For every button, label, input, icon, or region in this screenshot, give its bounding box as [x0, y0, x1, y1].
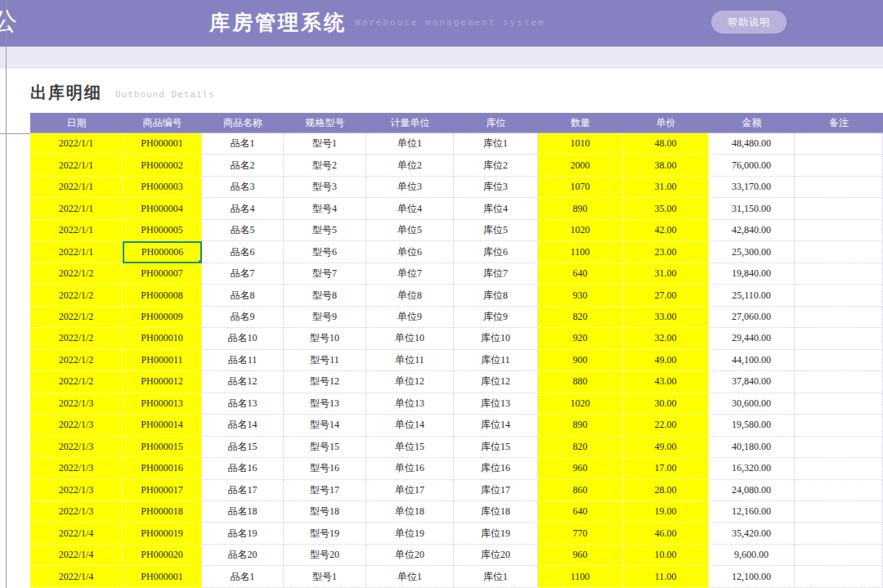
cell-name[interactable]: 品名2	[202, 155, 284, 176]
column-header-unit[interactable]: 计量单位	[366, 113, 454, 132]
cell-unit[interactable]: 单位9	[366, 307, 454, 328]
cell-location[interactable]: 库位4	[454, 198, 538, 219]
cell-model[interactable]: 型号9	[284, 307, 366, 328]
cell-price[interactable]: 10.00	[623, 545, 709, 566]
cell-qty[interactable]: 930	[538, 285, 623, 306]
cell-note[interactable]	[795, 307, 883, 328]
cell-model[interactable]: 型号10	[284, 328, 366, 349]
cell-model[interactable]: 型号13	[284, 393, 366, 415]
cell-location[interactable]: 库位1	[454, 133, 538, 155]
cell-amount[interactable]: 9,600.00	[709, 545, 795, 566]
cell-date[interactable]: 2022/1/1	[30, 155, 123, 176]
cell-code[interactable]: PH000011	[123, 350, 202, 371]
cell-location[interactable]: 库位19	[454, 523, 538, 544]
cell-price[interactable]: 49.00	[623, 350, 709, 371]
cell-location[interactable]: 库位10	[454, 328, 538, 349]
cell-note[interactable]	[795, 177, 883, 198]
cell-location[interactable]: 库位3	[454, 177, 538, 198]
cell-name[interactable]: 品名7	[202, 263, 284, 285]
cell-date[interactable]: 2022/1/2	[30, 263, 123, 285]
cell-qty[interactable]: 890	[538, 198, 623, 219]
cell-code[interactable]: PH000004	[123, 198, 202, 219]
cell-date[interactable]: 2022/1/3	[30, 501, 123, 523]
selected-cell-code[interactable]: PH000006	[123, 241, 202, 263]
cell-unit[interactable]: 单位12	[366, 371, 454, 393]
cell-model[interactable]: 型号1	[284, 566, 366, 587]
cell-location[interactable]: 库位8	[454, 285, 538, 306]
cell-location[interactable]: 库位2	[454, 155, 538, 176]
cell-unit[interactable]: 单位13	[366, 393, 454, 415]
cell-location[interactable]: 库位11	[454, 350, 538, 371]
cell-name[interactable]: 品名4	[202, 198, 284, 219]
cell-unit[interactable]: 单位16	[366, 458, 454, 479]
cell-note[interactable]	[795, 371, 883, 393]
column-header-price[interactable]: 单价	[623, 113, 709, 132]
cell-qty[interactable]: 880	[538, 371, 623, 393]
cell-amount[interactable]: 76,000.00	[709, 155, 795, 176]
cell-price[interactable]: 23.00	[623, 241, 709, 263]
cell-date[interactable]: 2022/1/1	[30, 177, 123, 198]
cell-code[interactable]: PH000005	[123, 220, 202, 241]
cell-note[interactable]	[795, 545, 883, 566]
help-button[interactable]: 帮助说明	[711, 11, 787, 34]
cell-name[interactable]: 品名10	[202, 328, 284, 349]
cell-model[interactable]: 型号5	[284, 220, 366, 241]
cell-amount[interactable]: 25,110.00	[709, 285, 795, 306]
cell-price[interactable]: 32.00	[623, 328, 709, 349]
cell-amount[interactable]: 37,840.00	[709, 371, 795, 393]
cell-note[interactable]	[795, 393, 883, 415]
cell-location[interactable]: 库位15	[454, 437, 538, 458]
cell-date[interactable]: 2022/1/4	[30, 566, 123, 587]
cell-code[interactable]: PH000001	[123, 133, 202, 155]
cell-date[interactable]: 2022/1/2	[30, 371, 123, 393]
cell-location[interactable]: 库位20	[454, 545, 538, 566]
cell-code[interactable]: PH000007	[123, 263, 202, 285]
cell-price[interactable]: 35.00	[623, 198, 709, 219]
cell-name[interactable]: 品名14	[202, 415, 284, 436]
cell-date[interactable]: 2022/1/2	[30, 350, 123, 371]
cell-code[interactable]: PH000010	[123, 328, 202, 349]
cell-location[interactable]: 库位9	[454, 307, 538, 328]
cell-model[interactable]: 型号20	[284, 545, 366, 566]
cell-model[interactable]: 型号16	[284, 458, 366, 479]
cell-unit[interactable]: 单位20	[366, 545, 454, 566]
cell-note[interactable]	[795, 458, 883, 479]
cell-amount[interactable]: 33,170.00	[709, 177, 795, 198]
cell-code[interactable]: PH000003	[123, 177, 202, 198]
cell-date[interactable]: 2022/1/1	[30, 241, 123, 263]
cell-amount[interactable]: 24,080.00	[709, 480, 795, 501]
cell-price[interactable]: 11.00	[623, 566, 709, 587]
cell-price[interactable]: 31.00	[623, 177, 709, 198]
cell-unit[interactable]: 单位10	[366, 328, 454, 349]
cell-price[interactable]: 22.00	[623, 415, 709, 436]
cell-code[interactable]: PH000009	[123, 307, 202, 328]
cell-amount[interactable]: 29,440.00	[709, 328, 795, 349]
cell-code[interactable]: PH000001	[123, 566, 202, 587]
cell-model[interactable]: 型号1	[284, 133, 366, 155]
cell-model[interactable]: 型号17	[284, 480, 366, 501]
cell-code[interactable]: PH000012	[123, 371, 202, 393]
cell-amount[interactable]: 31,150.00	[709, 198, 795, 219]
cell-code[interactable]: PH000018	[123, 501, 202, 523]
cell-qty[interactable]: 1070	[538, 177, 623, 198]
cell-amount[interactable]: 25,300.00	[709, 241, 795, 263]
cell-qty[interactable]: 960	[538, 545, 623, 566]
cell-price[interactable]: 28.00	[623, 480, 709, 501]
cell-price[interactable]: 46.00	[623, 523, 709, 544]
cell-name[interactable]: 品名17	[202, 480, 284, 501]
cell-qty[interactable]: 820	[538, 307, 623, 328]
cell-name[interactable]: 品名18	[202, 501, 284, 523]
cell-name[interactable]: 品名15	[202, 437, 284, 458]
cell-model[interactable]: 型号4	[284, 198, 366, 219]
cell-unit[interactable]: 单位8	[366, 285, 454, 306]
cell-unit[interactable]: 单位2	[366, 155, 454, 176]
cell-qty[interactable]: 890	[538, 415, 623, 436]
cell-name[interactable]: 品名8	[202, 285, 284, 306]
cell-amount[interactable]: 19,840.00	[709, 263, 795, 285]
cell-qty[interactable]: 1020	[538, 393, 623, 415]
cell-code[interactable]: PH000008	[123, 285, 202, 306]
cell-price[interactable]: 27.00	[623, 285, 709, 306]
cell-unit[interactable]: 单位1	[366, 133, 454, 155]
cell-price[interactable]: 17.00	[623, 458, 709, 479]
cell-model[interactable]: 型号8	[284, 285, 366, 306]
